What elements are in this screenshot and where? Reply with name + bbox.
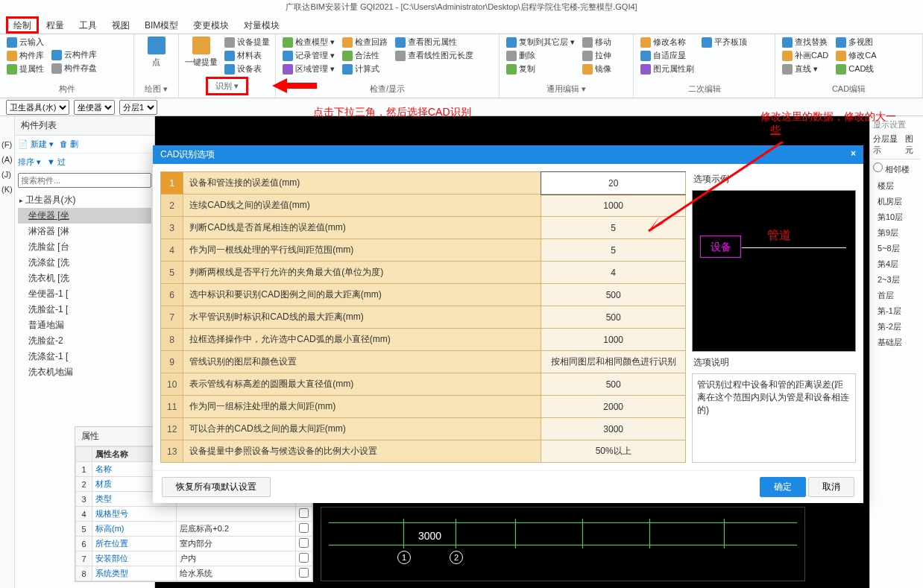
validity-button[interactable]: 合法性	[340, 49, 390, 62]
floor-6[interactable]: 2~3层	[873, 272, 920, 288]
device-table-button[interactable]: 设备表	[222, 63, 272, 75]
menu-compare[interactable]: 对量模块	[236, 16, 287, 34]
restore-defaults-button[interactable]: 恢复所有项默认设置	[162, 477, 271, 497]
option-row[interactable]: 6选中标识和要识别CAD图例之间的最大距离(mm)500	[161, 284, 686, 306]
floor-4[interactable]: 5~8层	[873, 241, 920, 256]
option-row[interactable]: 5判断两根线是否平行允许的夹角最大值(单位为度)4	[161, 262, 686, 284]
floor-0[interactable]: 楼层	[873, 178, 920, 194]
tree-parent[interactable]: 卫生器具(水)	[18, 192, 151, 208]
close-button[interactable]: ×	[851, 148, 856, 161]
floor-9[interactable]: 第-2层	[873, 319, 920, 335]
prop-value[interactable]: 给水系统	[177, 566, 296, 581]
selector-component[interactable]: 坐便器	[74, 100, 115, 115]
option-row[interactable]: 2连续CAD线之间的误差值(mm)1000	[161, 195, 686, 217]
adjacent-floor-radio[interactable]	[873, 162, 883, 172]
prop-value[interactable]: 层底标高+0.2	[177, 522, 296, 537]
menu-bim[interactable]: BIM模型	[137, 16, 186, 34]
tree-item-3[interactable]: 洗涤盆 [洗	[18, 255, 151, 271]
component-lib-button[interactable]: 构件库	[4, 49, 46, 62]
cloud-lib-button[interactable]: 云构件库	[49, 48, 99, 61]
prop-value[interactable]: 户内	[177, 551, 296, 566]
tree-item-9[interactable]: 洗涤盆-1 [	[18, 349, 151, 364]
option-row[interactable]: 9管线识别的图层和颜色设置按相同图层和相同颜色进行识别	[161, 351, 686, 373]
property-row[interactable]: 6所在位置室内部分	[76, 537, 312, 551]
option-value[interactable]: 500	[541, 306, 686, 329]
line-button[interactable]: 直线 ▾	[780, 63, 831, 75]
option-row[interactable]: 10表示管线有标高差的圆圈最大直径值(mm)500	[161, 373, 686, 396]
option-value[interactable]: 50%以上	[541, 440, 686, 463]
prop-checkbox[interactable]	[299, 568, 309, 578]
sort-button[interactable]: 排序 ▾	[18, 157, 41, 168]
prop-checkbox[interactable]	[299, 538, 309, 548]
move-button[interactable]: 移动	[580, 36, 614, 48]
property-row[interactable]: 7安装部位户内	[76, 551, 312, 566]
plan-canvas[interactable]: 3000 1 2	[321, 507, 805, 581]
option-value[interactable]: 5	[541, 217, 686, 239]
menu-change[interactable]: 变更模块	[186, 16, 236, 34]
option-row[interactable]: 4作为同一根线处理的平行线间距范围(mm)5	[161, 239, 686, 262]
floor-3[interactable]: 第9层	[873, 225, 920, 241]
one-key-button[interactable]: 一键提量	[183, 36, 219, 75]
tree-item-6[interactable]: 洗脸盆-1 [	[18, 302, 151, 317]
search-component-input[interactable]	[18, 173, 151, 188]
option-row[interactable]: 1设备和管连接的误差值(mm)20	[161, 172, 686, 195]
tree-item-8[interactable]: 洗脸盆-2	[18, 333, 151, 349]
check-loop-button[interactable]: 检查回路	[340, 36, 390, 48]
new-component-button[interactable]: 📄 新建 ▾	[18, 139, 54, 150]
tab-layer-display[interactable]: 分层显示	[873, 133, 902, 156]
mirror-button[interactable]: 镜像	[580, 63, 614, 75]
prop-checkbox[interactable]	[299, 523, 309, 533]
multi-view-button[interactable]: 多视图	[834, 36, 878, 48]
delete-button[interactable]: 删除	[504, 49, 577, 62]
floor-8[interactable]: 第-1层	[873, 303, 920, 319]
material-button[interactable]: 材料表	[222, 49, 272, 62]
ok-button[interactable]: 确定	[760, 477, 806, 497]
option-value[interactable]: 1000	[541, 195, 686, 217]
floor-7[interactable]: 首层	[873, 288, 920, 303]
option-row[interactable]: 13设备提量中参照设备与候选设备的比例大小设置50%以上	[161, 440, 686, 463]
option-value[interactable]: 500	[541, 373, 686, 396]
menu-view[interactable]: 视图	[104, 16, 137, 34]
option-row[interactable]: 8拉框选择操作中，允许选中CAD弧的最小直径(mm)1000	[161, 329, 686, 351]
tree-item-7[interactable]: 普通地漏	[18, 317, 151, 333]
cancel-button[interactable]: 取消	[808, 477, 854, 497]
prop-extract-button[interactable]: 提属性	[4, 63, 46, 75]
option-row[interactable]: 7水平管识别时标识和CAD线的最大距离(mm)500	[161, 306, 686, 329]
option-row[interactable]: 12可以合并的CAD线之间的最大间距(mm)3000	[161, 418, 686, 440]
tree-item-0[interactable]: 坐便器 [坐	[18, 208, 151, 224]
floor-1[interactable]: 机房层	[873, 194, 920, 209]
option-value[interactable]: 3000	[541, 418, 686, 440]
option-value[interactable]: 500	[541, 284, 686, 306]
device-extract-button[interactable]: 设备提量	[222, 36, 272, 48]
modify-name-button[interactable]: 修改名称	[638, 36, 696, 48]
tree-item-1[interactable]: 淋浴器 [淋	[18, 224, 151, 239]
find-replace-button[interactable]: 查找替换	[780, 36, 831, 48]
floor-5[interactable]: 第4层	[873, 256, 920, 272]
filter-button[interactable]: ▼ 过	[47, 157, 66, 168]
tree-item-2[interactable]: 洗脸盆 [台	[18, 239, 151, 255]
delete-component-button[interactable]: 🗑 删	[60, 139, 78, 150]
option-value[interactable]: 20	[541, 172, 686, 195]
property-row[interactable]: 5标高(m)层底标高+0.2	[76, 522, 312, 537]
prop-value[interactable]: 室内部分	[177, 537, 296, 551]
dialog-titlebar[interactable]: CAD识别选项 ×	[153, 145, 863, 164]
zone-mgmt-button[interactable]: 区域管理 ▾	[280, 63, 337, 75]
floor-10[interactable]: 基础层	[873, 335, 920, 350]
modify-cad-button[interactable]: 修改CA	[834, 49, 878, 62]
prop-brush-button[interactable]: 图元属性刷	[638, 63, 696, 75]
option-row[interactable]: 3判断CAD线是否首尾相连的误差值(mm)5	[161, 217, 686, 239]
option-value[interactable]: 4	[541, 262, 686, 284]
floor-2[interactable]: 第10层	[873, 209, 920, 225]
menu-draw[interactable]: 绘制	[6, 16, 39, 34]
option-value[interactable]: 2000	[541, 396, 686, 418]
menu-tools[interactable]: 工具	[72, 16, 104, 34]
stretch-button[interactable]: 拉伸	[580, 49, 614, 62]
view-linear-button[interactable]: 查看线性图元长度	[393, 49, 476, 62]
prop-value[interactable]	[177, 507, 296, 522]
menu-quantity[interactable]: 程量	[39, 16, 72, 34]
tree-item-4[interactable]: 洗衣机 [洗	[18, 271, 151, 286]
check-model-button[interactable]: 检查模型 ▾	[280, 36, 337, 48]
tree-item-5[interactable]: 坐便器-1 [	[18, 286, 151, 302]
copy-other-button[interactable]: 复制到其它层 ▾	[504, 36, 577, 48]
selector-layer[interactable]: 分层1	[119, 100, 157, 115]
